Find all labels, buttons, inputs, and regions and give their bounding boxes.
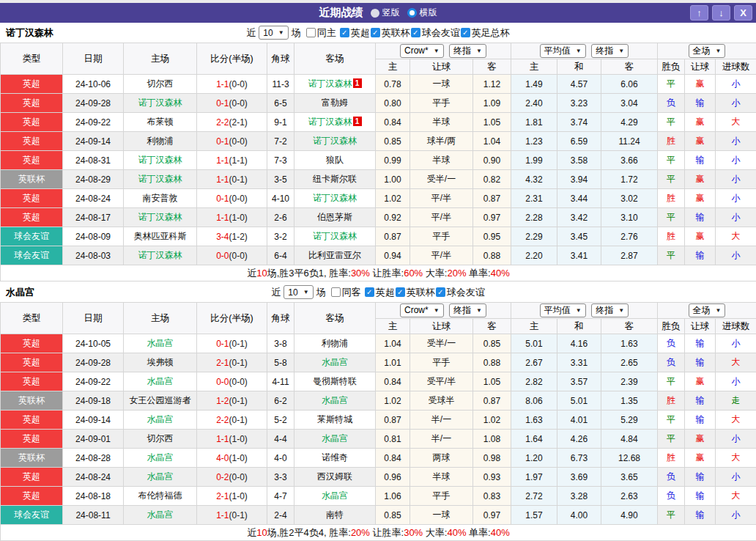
league-badge: 英联杯: [1, 391, 63, 411]
checkbox-checked-icon[interactable]: ✓: [340, 28, 349, 37]
radio-horizontal-icon[interactable]: [407, 8, 417, 18]
score-fulltime: 1-1: [216, 79, 229, 89]
score-fulltime: 0-1: [216, 339, 229, 349]
league-badge: 英超: [1, 94, 63, 113]
home-team: 南安普敦: [124, 189, 197, 208]
team1-results-table: 类型 日期 主场 比分(半场) 角球 客场 Crow*▼ 终指▼ 平均值▼ 终指…: [0, 43, 756, 281]
final-odds-select[interactable]: 终指▼: [449, 44, 486, 58]
home-team: 布伦特福德: [124, 487, 197, 506]
handicap-line: 半/一: [410, 430, 473, 449]
match-date: 24-10-06: [63, 75, 124, 94]
euro-draw-odds: 3.31: [557, 353, 601, 372]
checkbox-checked-icon[interactable]: ✓: [365, 287, 374, 297]
radio-vertical-icon[interactable]: [371, 9, 379, 18]
layout-radio-vertical[interactable]: 竖版: [371, 7, 400, 19]
handicap-line: 受球半: [410, 391, 473, 411]
handicap-home-odds: 0.84: [376, 113, 410, 132]
match-date: 24-08-09: [63, 227, 124, 246]
euro-draw-odds: 3.94: [557, 170, 601, 189]
layout-radio-horizontal[interactable]: 横版: [407, 7, 437, 19]
result-winlose: 平: [658, 246, 685, 265]
bookmaker-select[interactable]: Crow*▼: [400, 44, 444, 58]
move-down-button[interactable]: ↓: [712, 5, 730, 21]
corner-count: 5-8: [267, 353, 294, 372]
select-value: Crow*: [404, 305, 429, 315]
corner-count: 9-1: [267, 113, 294, 132]
same-venue-filter[interactable]: 同客: [331, 286, 361, 299]
checkbox-checked-icon[interactable]: ✓: [371, 28, 380, 37]
league-filter-label: 英超: [376, 286, 395, 299]
league-filter-checkbox[interactable]: ✓英超: [340, 26, 370, 40]
same-venue-filter[interactable]: 同主: [306, 26, 336, 40]
average-select[interactable]: 平均值▼: [540, 303, 586, 317]
match-row: 英超24-10-06切尔西1-1(0-0)11-3诺丁汉森林10.78一球1.1…: [1, 75, 756, 94]
result-handicap: 输: [685, 411, 716, 430]
average-select[interactable]: 平均值▼: [540, 44, 586, 58]
match-date: 24-09-22: [63, 372, 124, 391]
home-team: 水晶宫: [124, 468, 197, 487]
euro-home-odds: 5.01: [511, 334, 557, 353]
league-filter-checkbox[interactable]: ✓英联杯: [371, 26, 410, 40]
result-handicap: 输: [685, 208, 716, 227]
handicap-line: 半球: [410, 151, 473, 170]
match-row: 英联杯24-08-28水晶宫4-0(1-0)4-0诺维奇0.84两球0.981.…: [1, 449, 756, 468]
move-up-button[interactable]: ↑: [690, 5, 708, 21]
league-filter-checkbox[interactable]: ✓球会友谊: [436, 286, 485, 299]
handicap-away-odds: 0.82: [473, 170, 511, 189]
checkbox-unchecked-icon[interactable]: [306, 28, 316, 37]
window-title: 近期战绩: [319, 6, 363, 20]
result-winlose: 平: [658, 430, 685, 449]
final-odds-select[interactable]: 终指▼: [449, 303, 486, 317]
final-odds-select[interactable]: 终指▼: [591, 303, 629, 317]
league-filter-checkbox[interactable]: ✓英联杯: [396, 286, 435, 299]
result-goals: 走: [716, 391, 756, 411]
euro-home-odds: 2.20: [511, 246, 557, 265]
euro-home-odds: 2.40: [511, 94, 557, 113]
league-filter-checkbox[interactable]: ✓英超: [365, 286, 395, 299]
match-date: 24-08-11: [63, 506, 124, 525]
col-result-winlose: 胜负: [658, 319, 685, 334]
score-cell: 1-2(0-1): [197, 391, 267, 411]
home-team: 诺丁汉森林: [124, 151, 197, 170]
euro-home-odds: 1.64: [511, 430, 557, 449]
checkbox-checked-icon[interactable]: ✓: [461, 28, 470, 37]
euro-home-odds: 1.49: [511, 75, 557, 94]
league-filter-checkbox[interactable]: ✓英足总杯: [461, 26, 510, 40]
recent-count-select[interactable]: 10▼: [259, 26, 288, 40]
result-handicap: 输: [685, 94, 716, 113]
fulltime-select[interactable]: 全场▼: [689, 303, 726, 317]
handicap-home-odds: 1.02: [376, 391, 410, 411]
euro-home-odds: 2.29: [511, 227, 557, 246]
handicap-line: 半/一: [410, 411, 473, 430]
checkbox-checked-icon[interactable]: ✓: [396, 287, 405, 297]
away-team: 诺丁汉森林: [294, 189, 376, 208]
chevron-down-icon: ▼: [303, 289, 309, 295]
checkbox-checked-icon[interactable]: ✓: [436, 287, 445, 297]
corner-count: 3-5: [267, 170, 294, 189]
league-filter-checkbox[interactable]: ✓球会友谊: [411, 26, 460, 40]
bookmaker-select[interactable]: Crow*▼: [400, 303, 444, 317]
close-button[interactable]: X: [734, 5, 752, 21]
col-euro-away: 客: [601, 319, 658, 334]
league-filter-label: 英足总杯: [472, 26, 510, 40]
score-cell: 3-4(1-2): [197, 227, 267, 246]
corner-count: 3-3: [267, 468, 294, 487]
fulltime-select[interactable]: 全场▼: [689, 44, 726, 58]
col-handicap-home: 主: [376, 319, 410, 334]
select-value: 终指: [453, 45, 471, 57]
handicap-home-odds: 0.84: [376, 372, 410, 391]
result-winlose: 负: [658, 487, 685, 506]
handicap-home-odds: 1.00: [376, 170, 410, 189]
match-date: 24-08-24: [63, 189, 124, 208]
checkbox-checked-icon[interactable]: ✓: [411, 28, 420, 37]
recent-count-select[interactable]: 10▼: [284, 285, 313, 299]
final-odds-select[interactable]: 终指▼: [591, 44, 629, 58]
checkbox-unchecked-icon[interactable]: [331, 287, 341, 297]
result-winlose: 平: [658, 113, 685, 132]
col-euro-away: 客: [601, 59, 658, 75]
select-value: 终指: [596, 45, 613, 57]
euro-away-odds: 2.63: [601, 487, 658, 506]
handicap-line: 一球: [410, 506, 473, 525]
euro-home-odds: 1.57: [511, 506, 557, 525]
score-halftime: (0-0): [229, 194, 248, 204]
